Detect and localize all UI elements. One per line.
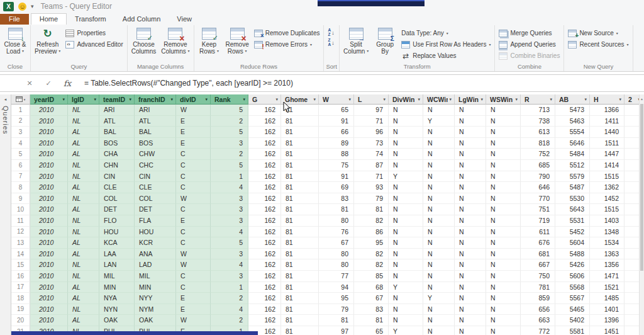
cell-DivWin[interactable]: N: [389, 149, 423, 160]
cell-DivWin[interactable]: N: [389, 259, 423, 271]
cell-LgWin[interactable]: N: [455, 204, 486, 215]
cell-lgID[interactable]: AL: [68, 282, 99, 293]
keep-rows-button[interactable]: Keep Rows ▾: [196, 26, 223, 55]
cell-WCWin[interactable]: N: [423, 237, 455, 249]
cell-Ghome[interactable]: 81: [281, 193, 319, 205]
cell-Ghome[interactable]: 81: [281, 271, 319, 282]
cell-W[interactable]: 80: [319, 249, 354, 260]
cell-W[interactable]: 79: [319, 304, 354, 315]
cell-lgID[interactable]: AL: [68, 293, 99, 304]
cell-G[interactable]: 162: [248, 193, 281, 205]
cell-divID[interactable]: E: [176, 293, 211, 304]
cell-DivWin[interactable]: N: [389, 215, 423, 227]
cell-lgID[interactable]: NL: [68, 271, 99, 282]
scrollbar-thumb[interactable]: [640, 104, 643, 271]
cell-AB[interactable]: 5473: [555, 105, 590, 116]
cell-W[interactable]: 80: [319, 259, 354, 271]
filter-dropdown-icon[interactable]: ▾: [92, 97, 97, 102]
cell-franchID[interactable]: BAL: [135, 127, 176, 138]
cell-LgWin[interactable]: N: [455, 149, 486, 160]
cell-2[interactable]: [625, 105, 639, 116]
cell-DivWin[interactable]: N: [389, 237, 423, 249]
cell-divID[interactable]: E: [176, 304, 211, 315]
cell-WSWin[interactable]: N: [486, 282, 521, 293]
filter-dropdown-icon[interactable]: ▾: [548, 97, 553, 102]
cell-teamID[interactable]: ARI: [99, 105, 135, 116]
cell-WSWin[interactable]: N: [486, 215, 521, 227]
cell-W[interactable]: 95: [319, 293, 354, 304]
cell-WSWin[interactable]: N: [486, 127, 521, 138]
cell-G[interactable]: 162: [248, 138, 281, 149]
new-source-button[interactable]: New Source ▾: [566, 28, 630, 38]
cell-Ghome[interactable]: 81: [281, 127, 319, 138]
filter-dropdown-icon[interactable]: ▾: [479, 97, 484, 102]
cell-Ghome[interactable]: 81: [281, 282, 319, 293]
cell-L[interactable]: 68: [354, 282, 389, 293]
row-number[interactable]: 3: [11, 127, 30, 138]
cell-G[interactable]: 162: [248, 105, 281, 116]
row-number[interactable]: 13: [11, 237, 30, 249]
row-number[interactable]: 1: [11, 105, 30, 116]
cell-LgWin[interactable]: N: [455, 271, 486, 282]
cell-yearID[interactable]: 2010: [30, 304, 68, 315]
cell-Ghome[interactable]: 81: [281, 171, 319, 183]
row-number[interactable]: 17: [11, 282, 30, 293]
cell-yearID[interactable]: 2010: [30, 237, 68, 249]
vertical-scrollbar[interactable]: ▲: [639, 94, 644, 335]
cell-DivWin[interactable]: N: [389, 293, 423, 304]
cell-DivWin[interactable]: N: [389, 105, 423, 116]
cell-DivWin[interactable]: N: [389, 160, 423, 171]
cell-AB[interactable]: 5512: [555, 160, 590, 171]
row-number[interactable]: 11: [11, 215, 30, 227]
cell-Ghome[interactable]: 81: [281, 293, 319, 304]
cell-lgID[interactable]: AL: [68, 149, 99, 160]
cell-yearID[interactable]: 2010: [30, 315, 68, 326]
cell-DivWin[interactable]: Y: [389, 326, 423, 335]
filter-dropdown-icon[interactable]: ▾: [448, 97, 453, 102]
cell-franchID[interactable]: DET: [135, 204, 176, 215]
cell-2[interactable]: [625, 204, 639, 215]
cell-WSWin[interactable]: N: [486, 105, 521, 116]
cell-franchID[interactable]: OAK: [135, 315, 176, 326]
cell-W[interactable]: 80: [319, 215, 354, 227]
cell-R[interactable]: 613: [521, 127, 555, 138]
cell-H[interactable]: 1511: [590, 138, 625, 149]
row-number[interactable]: 14: [11, 249, 30, 260]
cell-L[interactable]: 97: [354, 105, 389, 116]
cell-H[interactable]: 1485: [590, 293, 625, 304]
filter-dropdown-icon[interactable]: ▾: [618, 97, 623, 102]
cell-lgID[interactable]: NL: [68, 193, 99, 205]
cell-W[interactable]: 65: [319, 105, 354, 116]
cell-WSWin[interactable]: N: [486, 326, 521, 335]
cell-AB[interactable]: 5402: [555, 315, 590, 326]
cell-yearID[interactable]: 2010: [30, 293, 68, 304]
cell-yearID[interactable]: 2010: [30, 149, 68, 160]
cell-Rank[interactable]: 3: [211, 193, 248, 205]
cell-teamID[interactable]: LAA: [99, 249, 135, 260]
cell-divID[interactable]: W: [176, 315, 211, 326]
cell-LgWin[interactable]: N: [455, 304, 486, 315]
cell-R[interactable]: 663: [521, 315, 555, 326]
cell-franchID[interactable]: CLE: [135, 182, 176, 193]
cell-L[interactable]: 95: [354, 237, 389, 249]
tab-view[interactable]: View: [169, 14, 200, 25]
cell-2[interactable]: [625, 127, 639, 138]
column-header-LgWin[interactable]: LgWin▾: [455, 94, 486, 105]
cell-teamID[interactable]: MIL: [99, 271, 135, 282]
cell-W[interactable]: 67: [319, 237, 354, 249]
cell-G[interactable]: 162: [248, 227, 281, 238]
use-first-row-as-headers-button[interactable]: Use First Row As Headers ▾: [399, 39, 492, 50]
cell-G[interactable]: 162: [248, 237, 281, 249]
cell-teamID[interactable]: FLO: [99, 215, 135, 227]
remove-errors-button[interactable]: Remove Errors ▾: [252, 39, 322, 50]
cell-L[interactable]: 71: [354, 171, 389, 183]
cell-G[interactable]: 162: [248, 282, 281, 293]
cell-WSWin[interactable]: N: [486, 160, 521, 171]
cell-yearID[interactable]: 2010: [30, 127, 68, 138]
cell-lgID[interactable]: AL: [68, 315, 99, 326]
cell-L[interactable]: 86: [354, 227, 389, 238]
replace-values-button[interactable]: ⇄ Replace Values: [399, 50, 492, 61]
cell-2[interactable]: [625, 215, 639, 227]
cell-LgWin[interactable]: N: [455, 127, 486, 138]
cell-lgID[interactable]: NL: [68, 227, 99, 238]
